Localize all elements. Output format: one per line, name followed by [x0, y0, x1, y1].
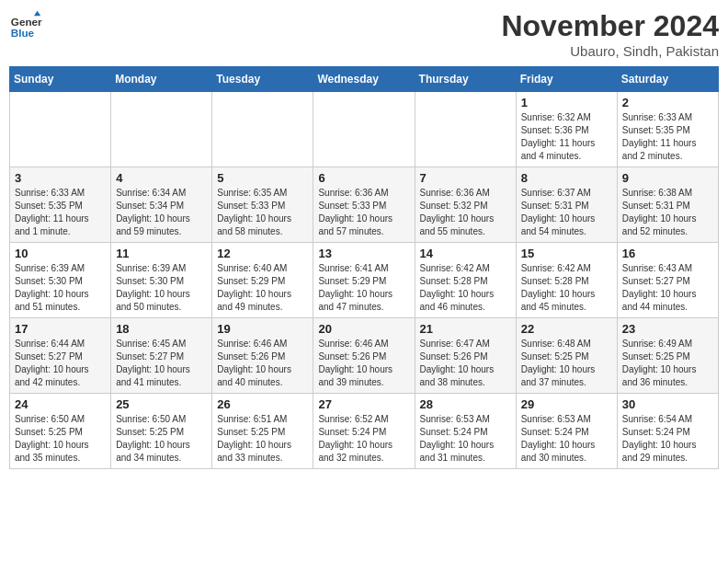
day-info: Sunrise: 6:42 AM Sunset: 5:28 PM Dayligh…	[420, 262, 511, 314]
day-info: Sunrise: 6:48 AM Sunset: 5:25 PM Dayligh…	[521, 338, 612, 389]
svg-text:Blue: Blue	[11, 27, 35, 39]
day-number: 16	[622, 247, 713, 260]
day-number: 3	[15, 171, 106, 185]
calendar-cell: 16Sunrise: 6:43 AM Sunset: 5:27 PM Dayli…	[617, 243, 718, 318]
logo-icon: General Blue	[9, 9, 42, 42]
calendar-cell: 13Sunrise: 6:41 AM Sunset: 5:29 PM Dayli…	[313, 243, 415, 318]
weekday-header-thursday: Thursday	[415, 67, 516, 92]
day-info: Sunrise: 6:40 AM Sunset: 5:29 PM Dayligh…	[217, 262, 308, 314]
day-info: Sunrise: 6:43 AM Sunset: 5:27 PM Dayligh…	[622, 262, 713, 314]
day-info: Sunrise: 6:54 AM Sunset: 5:24 PM Dayligh…	[622, 413, 713, 465]
day-number: 24	[15, 397, 106, 411]
day-number: 5	[217, 171, 308, 185]
location-subtitle: Ubauro, Sindh, Pakistan	[501, 43, 719, 59]
calendar-cell: 28Sunrise: 6:53 AM Sunset: 5:24 PM Dayli…	[415, 394, 516, 469]
day-info: Sunrise: 6:39 AM Sunset: 5:30 PM Dayligh…	[116, 262, 207, 314]
day-number: 9	[622, 171, 713, 185]
day-number: 15	[521, 247, 612, 260]
weekday-header-monday: Monday	[111, 67, 212, 92]
calendar-cell: 11Sunrise: 6:39 AM Sunset: 5:30 PM Dayli…	[111, 243, 212, 318]
weekday-header-sunday: Sunday	[10, 67, 111, 92]
calendar-cell	[10, 92, 111, 167]
day-number: 8	[521, 171, 612, 185]
calendar-cell: 30Sunrise: 6:54 AM Sunset: 5:24 PM Dayli…	[617, 394, 718, 469]
weekday-header-friday: Friday	[516, 67, 617, 92]
day-number: 23	[622, 322, 713, 336]
day-info: Sunrise: 6:51 AM Sunset: 5:25 PM Dayligh…	[217, 413, 308, 465]
day-number: 17	[15, 322, 106, 336]
day-number: 6	[318, 171, 409, 185]
day-number: 10	[15, 247, 106, 260]
weekday-header-row: SundayMondayTuesdayWednesdayThursdayFrid…	[10, 67, 719, 92]
day-info: Sunrise: 6:49 AM Sunset: 5:25 PM Dayligh…	[622, 338, 713, 389]
day-number: 13	[318, 247, 409, 260]
calendar-week-1: 1Sunrise: 6:32 AM Sunset: 5:36 PM Daylig…	[10, 92, 719, 167]
month-title: November 2024	[501, 9, 719, 43]
day-info: Sunrise: 6:36 AM Sunset: 5:32 PM Dayligh…	[420, 187, 511, 238]
calendar-cell	[415, 92, 516, 167]
day-info: Sunrise: 6:50 AM Sunset: 5:25 PM Dayligh…	[116, 413, 207, 465]
day-info: Sunrise: 6:34 AM Sunset: 5:34 PM Dayligh…	[116, 187, 207, 238]
day-number: 20	[318, 322, 409, 336]
calendar-cell	[313, 92, 415, 167]
calendar-cell	[212, 92, 313, 167]
weekday-header-tuesday: Tuesday	[212, 67, 313, 92]
day-info: Sunrise: 6:44 AM Sunset: 5:27 PM Dayligh…	[15, 338, 106, 389]
calendar-cell: 10Sunrise: 6:39 AM Sunset: 5:30 PM Dayli…	[10, 243, 111, 318]
calendar-cell: 4Sunrise: 6:34 AM Sunset: 5:34 PM Daylig…	[111, 167, 212, 243]
day-number: 30	[622, 397, 713, 411]
calendar-cell: 24Sunrise: 6:50 AM Sunset: 5:25 PM Dayli…	[10, 394, 111, 469]
calendar-cell: 21Sunrise: 6:47 AM Sunset: 5:26 PM Dayli…	[415, 318, 516, 394]
day-info: Sunrise: 6:45 AM Sunset: 5:27 PM Dayligh…	[116, 338, 207, 389]
calendar-table: SundayMondayTuesdayWednesdayThursdayFrid…	[9, 66, 719, 469]
day-info: Sunrise: 6:42 AM Sunset: 5:28 PM Dayligh…	[521, 262, 612, 314]
calendar-cell: 27Sunrise: 6:52 AM Sunset: 5:24 PM Dayli…	[313, 394, 415, 469]
day-info: Sunrise: 6:32 AM Sunset: 5:36 PM Dayligh…	[521, 111, 612, 163]
day-info: Sunrise: 6:52 AM Sunset: 5:24 PM Dayligh…	[318, 413, 409, 465]
calendar-cell: 20Sunrise: 6:46 AM Sunset: 5:26 PM Dayli…	[313, 318, 415, 394]
day-number: 1	[521, 96, 612, 109]
calendar-cell: 23Sunrise: 6:49 AM Sunset: 5:25 PM Dayli…	[617, 318, 718, 394]
day-info: Sunrise: 6:50 AM Sunset: 5:25 PM Dayligh…	[15, 413, 106, 465]
day-info: Sunrise: 6:39 AM Sunset: 5:30 PM Dayligh…	[15, 262, 106, 314]
logo: General Blue	[9, 9, 42, 42]
day-number: 19	[217, 322, 308, 336]
day-number: 14	[420, 247, 511, 260]
day-number: 21	[420, 322, 511, 336]
calendar-week-5: 24Sunrise: 6:50 AM Sunset: 5:25 PM Dayli…	[10, 394, 719, 469]
weekday-header-saturday: Saturday	[617, 67, 718, 92]
day-number: 12	[217, 247, 308, 260]
day-info: Sunrise: 6:35 AM Sunset: 5:33 PM Dayligh…	[217, 187, 308, 238]
day-number: 11	[116, 247, 207, 260]
calendar-cell: 12Sunrise: 6:40 AM Sunset: 5:29 PM Dayli…	[212, 243, 313, 318]
calendar-cell: 17Sunrise: 6:44 AM Sunset: 5:27 PM Dayli…	[10, 318, 111, 394]
calendar-cell: 8Sunrise: 6:37 AM Sunset: 5:31 PM Daylig…	[516, 167, 617, 243]
calendar-cell: 1Sunrise: 6:32 AM Sunset: 5:36 PM Daylig…	[516, 92, 617, 167]
day-info: Sunrise: 6:46 AM Sunset: 5:26 PM Dayligh…	[217, 338, 308, 389]
calendar-cell: 29Sunrise: 6:53 AM Sunset: 5:24 PM Dayli…	[516, 394, 617, 469]
day-info: Sunrise: 6:37 AM Sunset: 5:31 PM Dayligh…	[521, 187, 612, 238]
day-info: Sunrise: 6:33 AM Sunset: 5:35 PM Dayligh…	[15, 187, 106, 238]
day-info: Sunrise: 6:53 AM Sunset: 5:24 PM Dayligh…	[521, 413, 612, 465]
calendar-cell: 6Sunrise: 6:36 AM Sunset: 5:33 PM Daylig…	[313, 167, 415, 243]
page-header: General Blue November 2024 Ubauro, Sindh…	[9, 9, 719, 59]
calendar-cell: 2Sunrise: 6:33 AM Sunset: 5:35 PM Daylig…	[617, 92, 718, 167]
day-number: 28	[420, 397, 511, 411]
calendar-cell: 26Sunrise: 6:51 AM Sunset: 5:25 PM Dayli…	[212, 394, 313, 469]
calendar-cell: 3Sunrise: 6:33 AM Sunset: 5:35 PM Daylig…	[10, 167, 111, 243]
day-info: Sunrise: 6:38 AM Sunset: 5:31 PM Dayligh…	[622, 187, 713, 238]
day-info: Sunrise: 6:41 AM Sunset: 5:29 PM Dayligh…	[318, 262, 409, 314]
calendar-cell	[111, 92, 212, 167]
day-info: Sunrise: 6:47 AM Sunset: 5:26 PM Dayligh…	[420, 338, 511, 389]
day-number: 25	[116, 397, 207, 411]
day-number: 29	[521, 397, 612, 411]
day-info: Sunrise: 6:46 AM Sunset: 5:26 PM Dayligh…	[318, 338, 409, 389]
calendar-cell: 7Sunrise: 6:36 AM Sunset: 5:32 PM Daylig…	[415, 167, 516, 243]
day-number: 2	[622, 96, 713, 109]
calendar-cell: 9Sunrise: 6:38 AM Sunset: 5:31 PM Daylig…	[617, 167, 718, 243]
calendar-week-2: 3Sunrise: 6:33 AM Sunset: 5:35 PM Daylig…	[10, 167, 719, 243]
calendar-week-3: 10Sunrise: 6:39 AM Sunset: 5:30 PM Dayli…	[10, 243, 719, 318]
day-info: Sunrise: 6:33 AM Sunset: 5:35 PM Dayligh…	[622, 111, 713, 163]
calendar-cell: 5Sunrise: 6:35 AM Sunset: 5:33 PM Daylig…	[212, 167, 313, 243]
svg-marker-2	[34, 11, 40, 16]
